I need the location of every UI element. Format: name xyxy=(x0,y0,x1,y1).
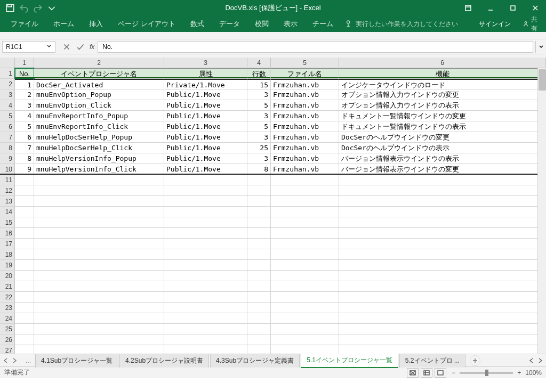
cell[interactable]: mnuHelpDocSerHelp_Popup xyxy=(34,132,164,142)
cell[interactable]: 7 xyxy=(15,143,34,153)
row-header[interactable]: 18 xyxy=(0,249,15,259)
cancel-icon[interactable] xyxy=(62,42,71,52)
row-header[interactable]: 13 xyxy=(0,196,15,206)
cell-header-name[interactable]: イベントプロシージャ名 xyxy=(34,68,164,78)
row-header[interactable]: 1 xyxy=(0,68,15,78)
cell[interactable]: 2 xyxy=(15,89,34,100)
cell[interactable]: Public/1.Move xyxy=(164,143,247,153)
ribbon-tab-team[interactable]: チーム xyxy=(305,16,341,32)
sheet-nav[interactable] xyxy=(3,358,21,363)
col-header[interactable]: 6 xyxy=(339,58,546,68)
cell[interactable]: DocSerのヘルプウインドウの表示 xyxy=(339,143,546,153)
cell[interactable]: 3 xyxy=(247,111,271,121)
cell[interactable] xyxy=(34,207,164,217)
cell[interactable]: mnuHelpDocSerHelp_Click xyxy=(34,143,164,153)
cell[interactable]: Frmzuhan.vb xyxy=(271,121,339,132)
cell[interactable]: バージョン情報表示ウインドウの表示 xyxy=(339,153,546,164)
cell[interactable] xyxy=(271,324,339,334)
cell[interactable] xyxy=(271,228,339,238)
cell[interactable]: オプション情報入力ウインドウの変更 xyxy=(339,89,546,100)
dropdown-icon[interactable] xyxy=(46,43,52,51)
cell[interactable] xyxy=(15,313,34,323)
cell[interactable] xyxy=(164,249,247,259)
cell[interactable] xyxy=(271,175,339,185)
cell[interactable] xyxy=(271,313,339,323)
cell[interactable] xyxy=(247,260,271,270)
cell[interactable] xyxy=(339,260,546,270)
row-header[interactable]: 20 xyxy=(0,271,15,281)
row-header[interactable]: 21 xyxy=(0,281,15,291)
view-pagelayout-icon[interactable] xyxy=(421,368,432,378)
add-sheet-icon[interactable] xyxy=(470,355,480,366)
view-pagebreak-icon[interactable] xyxy=(435,368,446,378)
row-header[interactable]: 2 xyxy=(0,79,15,89)
redo-icon[interactable] xyxy=(33,3,43,13)
cell[interactable] xyxy=(271,271,339,281)
cell[interactable] xyxy=(15,175,34,185)
cell[interactable] xyxy=(247,345,271,354)
cell[interactable] xyxy=(247,324,271,334)
cell[interactable] xyxy=(34,239,164,249)
undo-icon[interactable] xyxy=(19,3,29,13)
cell[interactable]: Public/1.Move xyxy=(164,153,247,164)
cell[interactable] xyxy=(15,281,34,291)
col-header[interactable]: 2 xyxy=(34,58,164,68)
ribbon-display-options-icon[interactable] xyxy=(457,0,479,16)
cell[interactable] xyxy=(271,239,339,249)
cell[interactable] xyxy=(15,345,34,354)
cell[interactable] xyxy=(164,239,247,249)
cell[interactable] xyxy=(164,324,247,334)
cell[interactable] xyxy=(271,185,339,195)
cell[interactable] xyxy=(15,207,34,217)
cell[interactable]: Frmzuhan.vb xyxy=(271,164,339,174)
cell[interactable]: 4 xyxy=(15,111,34,121)
cell[interactable] xyxy=(339,271,546,281)
cell[interactable] xyxy=(164,271,247,281)
spreadsheet-grid[interactable]: 1 2 3 4 5 6 1 No. イベントプロシージャ名 属性 行数 ファイル… xyxy=(0,58,546,354)
cell[interactable] xyxy=(271,196,339,206)
cell[interactable] xyxy=(164,185,247,195)
cell[interactable]: mnuEnvOption_Popup xyxy=(34,89,164,100)
cell[interactable]: 5 xyxy=(15,121,34,132)
row-header[interactable]: 14 xyxy=(0,207,15,217)
row-header[interactable]: 27 xyxy=(0,345,15,354)
ribbon-tab-insert[interactable]: 挿入 xyxy=(82,16,110,32)
cell[interactable] xyxy=(247,292,271,302)
cell[interactable] xyxy=(247,175,271,185)
row-header[interactable]: 3 xyxy=(0,89,15,100)
cell[interactable] xyxy=(339,281,546,291)
cell[interactable] xyxy=(34,324,164,334)
cell[interactable] xyxy=(247,217,271,227)
col-header[interactable]: 5 xyxy=(271,58,339,68)
ribbon-tab-file[interactable]: ファイル xyxy=(3,16,46,32)
cell[interactable]: Frmzuhan.vb xyxy=(271,89,339,100)
cell[interactable]: mnuHelpVersionInfo_Popup xyxy=(34,153,164,164)
cell[interactable] xyxy=(164,228,247,238)
cell[interactable] xyxy=(339,175,546,185)
cell[interactable]: ドキュメント一覧情報ウインドウの表示 xyxy=(339,121,546,132)
cell[interactable] xyxy=(15,249,34,259)
ribbon-tab-pagelayout[interactable]: ページ レイアウト xyxy=(110,16,183,32)
cell[interactable]: Public/1.Move xyxy=(164,121,247,132)
fx-icon[interactable]: fx xyxy=(90,43,94,51)
ribbon-tab-review[interactable]: 校閲 xyxy=(247,16,276,32)
row-header[interactable]: 11 xyxy=(0,175,15,185)
row-header[interactable]: 5 xyxy=(0,111,15,121)
ribbon-tab-view[interactable]: 表示 xyxy=(276,16,305,32)
cell[interactable] xyxy=(247,334,271,345)
cell[interactable]: Public/1.Move xyxy=(164,89,247,100)
cell[interactable] xyxy=(34,260,164,270)
row-header[interactable]: 23 xyxy=(0,303,15,313)
cell[interactable] xyxy=(164,313,247,323)
cell[interactable] xyxy=(339,324,546,334)
ribbon-tab-home[interactable]: ホーム xyxy=(46,16,82,32)
cell[interactable] xyxy=(164,175,247,185)
sheet-tab[interactable]: 4.1Subプロシージャ一覧 xyxy=(35,354,118,368)
cell[interactable]: DocSerのヘルプウインドウの変更 xyxy=(339,132,546,142)
maximize-icon[interactable] xyxy=(502,0,524,16)
cell[interactable]: Frmzuhan.vb xyxy=(271,100,339,110)
cell[interactable] xyxy=(34,196,164,206)
cell[interactable] xyxy=(271,303,339,313)
cell[interactable] xyxy=(164,281,247,291)
cell[interactable]: オプション情報入力ウインドウの表示 xyxy=(339,100,546,110)
